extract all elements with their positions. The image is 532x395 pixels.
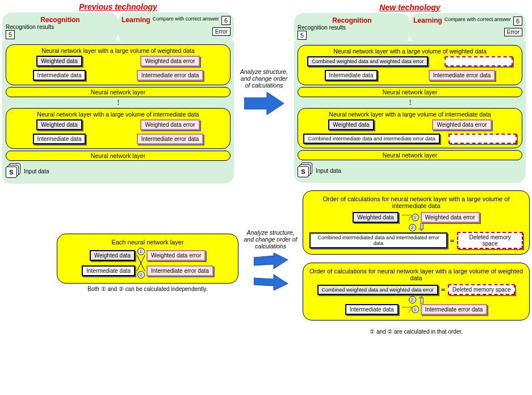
- input-data-label: Input data: [316, 168, 341, 174]
- input-data-stack-icon: S: [298, 163, 313, 178]
- cross-arrows-icon: ╲╱: [137, 255, 145, 263]
- weighted-cell: Weighted data: [90, 250, 135, 261]
- analyze-arrow-block: Analyze structure, and change order of c…: [238, 68, 290, 118]
- diag-arrow-icon: [399, 215, 412, 221]
- intermediate-err-cell: Intermediate error data: [137, 70, 204, 81]
- new-layer-plain-1: Neural network layer: [298, 87, 522, 97]
- weighted-err-cell: Weighted data error: [140, 56, 199, 66]
- input-data-stack-icon: S: [6, 163, 22, 179]
- big-right-arrow-icon: [244, 92, 284, 115]
- input-data-label: Input data: [24, 168, 49, 174]
- intermediate-cell: Intermediate data: [345, 304, 399, 315]
- intermediate-err-cell: Intermediate error data: [421, 304, 488, 315]
- prev-recognition-panel: Recognition Recognition results 5: [2, 13, 118, 43]
- previous-technology-block: Previous technology Recognition Recognit…: [2, 2, 234, 184]
- weighted-cell: Weighted data: [36, 119, 82, 130]
- new-layers-container: Neural network layer with a large volume…: [294, 41, 526, 183]
- each-layer-title: Each neural network layer: [63, 239, 232, 246]
- weighted-err-cell: Weighted data error: [146, 250, 206, 261]
- svg-marker-1: [254, 253, 288, 269]
- layer-label: Neural network layer with a large volume…: [300, 111, 520, 118]
- cross-arrows-icon: ╱╲: [137, 263, 145, 271]
- learning-heading: Learning: [122, 16, 150, 24]
- combined-i-cell: Combined intermediated data and intermed…: [309, 232, 447, 248]
- new-title: New technology: [294, 3, 526, 12]
- new-learning-panel: Learning Compare with correct answer 6 E…: [410, 13, 526, 43]
- order-blocks-column: Order of calculations for neural network…: [303, 188, 530, 335]
- recog-results-label: Recognition results: [6, 24, 115, 30]
- new-layer-inter-vol: Neural network layer with a large volume…: [298, 108, 522, 148]
- tiny-down-arrow-icon: [418, 223, 424, 231]
- new-technology-block: New technology Recognition Recognition r…: [294, 3, 526, 183]
- compare-label: Compare with correct answer: [153, 16, 219, 22]
- layer-label: Neural network layer with a large volume…: [9, 111, 228, 118]
- deleted-cell: Deleted memory space: [448, 284, 516, 295]
- circle-1-icon: ①: [412, 306, 419, 313]
- circle-2-icon: ②: [137, 271, 145, 278]
- layer-label: Neural network layer with a large volume…: [300, 48, 520, 55]
- intermediate-err-cell: Intermediate error data: [429, 70, 496, 81]
- footnote-order: ① and ② are calculated in that order.: [303, 329, 530, 335]
- order-inter-block: Order of calculations for neural network…: [303, 190, 530, 255]
- new-layer-weighted-vol: Neural network layer with a large volume…: [298, 45, 522, 85]
- order-weight-block: Order of calculations for neural network…: [303, 263, 530, 321]
- each-layer-block: Each neural network layer Weighted data …: [57, 231, 238, 292]
- circle-2-icon: ②: [409, 296, 416, 303]
- weighted-err-cell: Weighted data error: [432, 119, 491, 130]
- answer-6-box: 6: [513, 16, 522, 26]
- tiny-up-arrow-icon: [418, 296, 424, 303]
- order-weight-title: Order of calculations for neural network…: [309, 268, 523, 281]
- weighted-cell: Weighted data: [353, 212, 398, 223]
- result-5-box: 5: [6, 30, 15, 39]
- answer-6-box: 6: [221, 16, 231, 25]
- recognition-heading: Recognition: [298, 16, 407, 24]
- recognition-heading: Recognition: [6, 16, 115, 24]
- result-5-box: 5: [298, 31, 307, 40]
- svg-marker-0: [244, 92, 284, 115]
- circle-2-icon: ②: [409, 224, 416, 231]
- intermediate-err-cell: Intermediate error data: [137, 134, 204, 144]
- prev-layer-plain-1: Neural network layer: [6, 87, 231, 97]
- compare-label: Compare with correct answer: [445, 16, 511, 22]
- combined-i-cell: Combined intermediate data and intermedi…: [303, 134, 439, 144]
- analyze-arrow-block-2: Analyze structure, and change order of c…: [243, 229, 298, 294]
- analyze-text: Analyze structure, and change order of c…: [238, 68, 290, 89]
- equals-icon: ＝: [449, 236, 455, 245]
- prev-layer-plain-2: Neural network layer: [6, 151, 231, 161]
- circle-1-icon: ①: [137, 248, 145, 255]
- previous-title: Previous technology: [2, 2, 234, 11]
- combined-w-cell: Combined weighted data and weighted data…: [307, 56, 428, 66]
- footnote-independent: Both ① and ② can be calculated independe…: [57, 286, 238, 292]
- new-layer-plain-2: Neural network layer: [298, 150, 522, 160]
- intermediate-cell: Intermediate data: [33, 70, 86, 81]
- prev-layer-inter-vol: Neural network layer with a large volume…: [6, 108, 231, 149]
- prev-layers-container: Neural network layer with a large volume…: [2, 40, 234, 184]
- intermediate-cell: Intermediate data: [33, 134, 86, 144]
- new-recognition-panel: Recognition Recognition results 5: [294, 13, 410, 43]
- dots-icon: ⋮: [298, 99, 522, 106]
- recog-results-label: Recognition results: [298, 24, 407, 31]
- svg-marker-2: [254, 275, 288, 290]
- prev-learning-panel: Learning Compare with correct answer 6 E…: [118, 13, 234, 43]
- small-right-arrow-icon-1: [254, 253, 288, 270]
- intermediate-err-cell: Intermediate error data: [146, 265, 213, 276]
- bottom-comparison-row: Each neural network layer Weighted data …: [0, 186, 532, 337]
- equals-icon: ＝: [440, 285, 446, 294]
- error-box: Error: [504, 28, 522, 36]
- empty-dashed-cell: [445, 56, 513, 66]
- intermediate-cell: Intermediate data: [325, 70, 378, 81]
- dots-icon: ⋮: [6, 99, 231, 106]
- weighted-cell: Weighted data: [36, 56, 82, 66]
- deleted-cell: Deleted memory space: [457, 232, 523, 249]
- weighted-err-cell: Weighted data error: [140, 119, 199, 130]
- order-inter-title: Order of calculations for neural network…: [309, 196, 523, 209]
- error-box: Error: [212, 27, 231, 36]
- diag-arrow-icon: [399, 307, 412, 313]
- layer-label: Neural network layer with a large volume…: [9, 47, 228, 54]
- weighted-cell: Weighted data: [328, 119, 374, 130]
- small-right-arrow-icon-2: [254, 273, 288, 290]
- combined-w-cell: Combined weighted data and weighted data…: [317, 285, 438, 295]
- analyze-text: Analyze structure, and change order of c…: [243, 229, 298, 250]
- weighted-err-cell: Weighted data error: [421, 212, 480, 223]
- top-comparison-row: Previous technology Recognition Recognit…: [0, 0, 532, 186]
